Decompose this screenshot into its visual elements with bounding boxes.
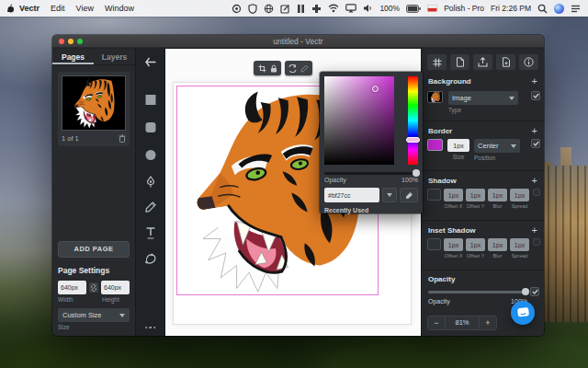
chat-support-button[interactable]: [511, 301, 535, 325]
vectr-window: untitled - Vectr Pages Layers 1 of 1: [52, 35, 544, 336]
input-flag-icon[interactable]: [427, 5, 437, 12]
shape-tool[interactable]: [144, 253, 156, 264]
inset-offset-y-input[interactable]: [466, 238, 485, 251]
page-thumbnail-card[interactable]: 1 of 1: [58, 72, 130, 146]
hue-slider-handle[interactable]: [406, 137, 420, 143]
import-icon[interactable]: [496, 54, 515, 70]
title-bar[interactable]: untitled - Vectr: [52, 35, 544, 48]
eyedropper-button[interactable]: [400, 188, 418, 202]
border-size-input[interactable]: [447, 139, 469, 152]
inset-spread-input[interactable]: [510, 238, 529, 251]
shadow-offset-x-input[interactable]: [444, 189, 463, 201]
crop-icon[interactable]: [258, 64, 266, 73]
add-page-button[interactable]: ADD PAGE: [58, 241, 130, 258]
background-enabled-checkbox[interactable]: [531, 91, 540, 100]
border-section-header: Border +: [428, 126, 537, 135]
background-image-swatch[interactable]: [427, 91, 443, 103]
hue-slider[interactable]: [408, 76, 418, 165]
opacity-slider[interactable]: [428, 291, 527, 293]
border-enabled-checkbox[interactable]: [531, 139, 540, 148]
pen-tool[interactable]: [144, 176, 156, 188]
ellipse-tool[interactable]: [145, 150, 155, 160]
export-icon[interactable]: [473, 54, 492, 70]
inset-offset-x-input[interactable]: [444, 238, 463, 251]
shadow-spread-input[interactable]: [510, 189, 529, 201]
input-source-label[interactable]: Polish - Pro: [444, 4, 484, 13]
apple-menu-icon[interactable]: [7, 4, 16, 14]
opacity-enabled-checkbox[interactable]: [530, 287, 539, 296]
spotlight-icon[interactable]: [537, 4, 548, 14]
shadow-blur-input[interactable]: [488, 189, 507, 201]
app-swirl-icon[interactable]: [232, 4, 242, 14]
page-thumbnail[interactable]: [62, 75, 126, 131]
rounded-rectangle-tool[interactable]: [145, 122, 155, 132]
siri-icon[interactable]: [554, 4, 564, 14]
more-tools-icon[interactable]: [145, 327, 156, 329]
page-size-dropdown[interactable]: Custom Size: [58, 308, 130, 322]
color-format-dropdown[interactable]: [382, 188, 397, 202]
opacity-slider-handle[interactable]: [522, 288, 529, 295]
inset-shadow-enabled-checkbox[interactable]: [533, 238, 540, 246]
border-color-swatch[interactable]: [427, 139, 443, 151]
tab-pages[interactable]: Pages: [52, 49, 94, 64]
page-height-input[interactable]: [101, 281, 130, 294]
shadow-enabled-checkbox[interactable]: [533, 189, 540, 196]
wifi-icon[interactable]: [328, 4, 339, 13]
background-section-header: Background +: [428, 76, 537, 86]
notification-center-icon[interactable]: [571, 5, 581, 13]
text-tool[interactable]: [145, 227, 155, 239]
saturation-field[interactable]: [324, 76, 394, 165]
inset-shadow-color-swatch[interactable]: [427, 238, 441, 250]
grid-icon[interactable]: [427, 54, 447, 70]
menu-view[interactable]: View: [76, 4, 94, 13]
plus-icon[interactable]: [311, 4, 322, 14]
duplicate-icon[interactable]: [450, 54, 469, 70]
background-type-dropdown[interactable]: Image: [448, 91, 518, 105]
globe-icon[interactable]: [264, 4, 274, 14]
edit-image-icon[interactable]: [300, 64, 309, 73]
link-dimensions-icon[interactable]: [89, 282, 98, 293]
back-arrow-icon[interactable]: [144, 57, 156, 67]
hex-color-input[interactable]: [324, 188, 379, 202]
zoom-out-button[interactable]: −: [428, 318, 445, 328]
shadow-color-swatch[interactable]: [427, 189, 441, 201]
shadow-offset-x-label: Offset X: [445, 203, 463, 209]
menu-window[interactable]: Window: [105, 4, 134, 13]
add-background-button[interactable]: +: [532, 76, 537, 86]
inset-shadow-title: Inset Shadow: [428, 226, 476, 235]
add-shadow-button[interactable]: +: [532, 176, 537, 185]
pencil-tool[interactable]: [145, 201, 156, 213]
chat-icon: [517, 307, 529, 318]
compose-icon[interactable]: [280, 4, 290, 14]
page-width-input[interactable]: [58, 281, 86, 294]
shadow-offset-y-input[interactable]: [466, 189, 485, 201]
shield-icon[interactable]: [248, 4, 257, 14]
menu-clock[interactable]: Fri 2:26 PM: [491, 4, 531, 13]
zoom-in-button[interactable]: +: [480, 318, 496, 328]
battery-percent: 100%: [379, 4, 400, 13]
lock-icon[interactable]: [270, 64, 277, 73]
border-position-dropdown[interactable]: Center: [474, 139, 520, 153]
shadow-section-header: Shadow +: [428, 176, 537, 185]
picker-opacity-handle[interactable]: [413, 169, 420, 177]
replace-image-icon[interactable]: [288, 64, 297, 73]
chevron-down-icon: [119, 314, 125, 317]
shadow-offset-y-label: Offset Y: [467, 203, 485, 209]
airplay-icon[interactable]: [345, 4, 356, 13]
add-border-button[interactable]: +: [532, 126, 537, 135]
columns-icon[interactable]: [297, 4, 305, 14]
rectangle-tool[interactable]: [145, 95, 155, 105]
picker-opacity-slider[interactable]: [324, 172, 418, 175]
tab-layers[interactable]: Layers: [94, 49, 135, 64]
info-icon[interactable]: [519, 54, 538, 70]
volume-icon[interactable]: [363, 4, 373, 13]
add-inset-shadow-button[interactable]: +: [532, 225, 537, 235]
inset-offset-y-label: Offset Y: [467, 253, 485, 259]
menu-edit[interactable]: Edit: [51, 4, 65, 13]
menu-app-name[interactable]: Vectr: [19, 4, 40, 13]
inset-blur-input[interactable]: [488, 238, 507, 251]
saturation-handle[interactable]: [372, 86, 379, 92]
delete-page-icon[interactable]: [119, 134, 126, 143]
inset-shadow-row: Offset X Offset Y Blur Spread: [427, 238, 540, 259]
background-title: Background: [428, 77, 471, 86]
